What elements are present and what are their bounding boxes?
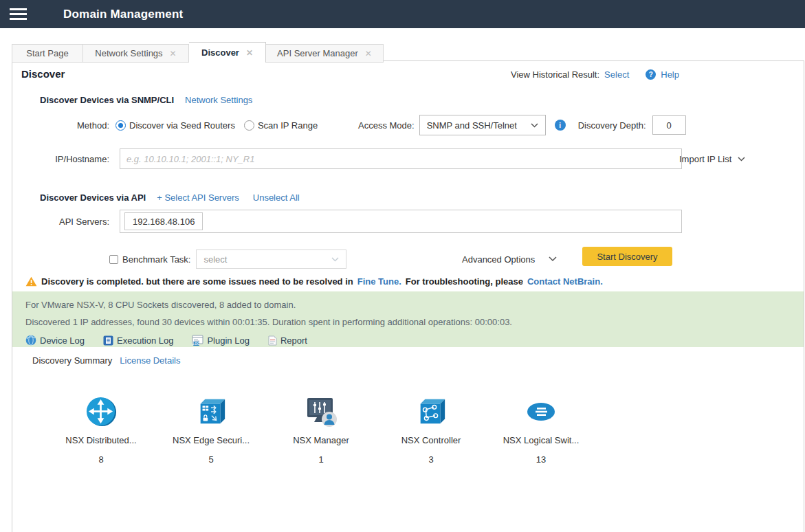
edge-security-cube-icon — [195, 396, 227, 428]
select-api-servers-link[interactable]: + Select API Servers — [157, 192, 239, 203]
contact-netbrain-link[interactable]: Contact NetBrain. — [527, 276, 603, 287]
svg-text:LOG: LOG — [193, 342, 200, 346]
device-tile-nsx-logical-switch[interactable]: NSX Logical Swit... 13 — [486, 394, 596, 465]
result-line-1: For VMware NSX-V, 8 CPU Sockets discover… — [25, 296, 804, 313]
close-icon[interactable]: ✕ — [170, 49, 177, 58]
device-log-label: Device Log — [40, 335, 85, 346]
snmp-section-title: Discover Devices via SNMP/CLI — [40, 95, 174, 105]
hamburger-menu-icon[interactable] — [10, 5, 27, 23]
api-server-chip[interactable]: 192.168.48.106 — [124, 212, 203, 230]
device-label: NSX Edge Securi... — [173, 435, 250, 445]
device-label: NSX Distributed... — [65, 435, 136, 445]
page-title: Discover — [21, 68, 65, 80]
plugin-log-label: Plugin Log — [207, 335, 249, 346]
execution-log-label: Execution Log — [117, 335, 173, 346]
benchmark-checkbox[interactable] — [109, 255, 118, 264]
device-label: NSX Manager — [293, 435, 349, 445]
log-links-row: Device Log Execution Log LOG Plugin Log … — [25, 335, 804, 346]
log-window-icon: LOG — [192, 335, 203, 346]
unselect-all-link[interactable]: Unselect All — [253, 192, 300, 203]
app-title: Domain Management — [63, 8, 183, 21]
device-label: NSX Controller — [401, 435, 461, 445]
tab-bar: Start Page Network Settings ✕ Discover ✕… — [12, 42, 384, 63]
tab-network-settings[interactable]: Network Settings ✕ — [83, 44, 189, 63]
benchmark-task-select[interactable]: select — [196, 250, 346, 269]
import-ip-list-button[interactable]: Import IP List — [679, 148, 745, 169]
device-count: 5 — [208, 454, 213, 465]
device-log-link[interactable]: Device Log — [25, 335, 85, 346]
license-details-link[interactable]: License Details — [120, 355, 180, 366]
discovery-depth-label: Discovery Depth: — [578, 120, 646, 131]
method-label: Method: — [21, 120, 109, 131]
result-line-2: Discovered 1 IP addresses, found 30 devi… — [25, 313, 804, 331]
chevron-down-icon — [331, 257, 339, 262]
benchmark-row: Benchmark Task: select — [21, 250, 346, 269]
network-settings-link[interactable]: Network Settings — [185, 95, 252, 105]
benchmark-task-value: select — [203, 254, 227, 265]
ip-hostname-label: IP/Hostname: — [21, 154, 109, 164]
tab-start-page[interactable]: Start Page — [12, 44, 83, 63]
domain-management-window: Domain Management Start Page Network Set… — [0, 0, 805, 532]
warning-icon — [25, 276, 37, 287]
device-tile-nsx-manager[interactable]: NSX Manager 1 — [266, 394, 376, 465]
help-link[interactable]: Help — [661, 69, 679, 80]
api-servers-row: API Servers: 192.168.48.106 — [21, 210, 682, 233]
help-icon[interactable]: ? — [646, 69, 656, 80]
manager-monitor-icon — [304, 395, 338, 428]
report-link[interactable]: Report — [268, 335, 307, 346]
device-tile-nsx-controller[interactable]: NSX Controller 3 — [376, 394, 486, 465]
plugin-log-link[interactable]: LOG Plugin Log — [192, 335, 249, 346]
chevron-down-icon — [738, 157, 745, 162]
discovery-result-banner: For VMware NSX-V, 8 CPU Sockets discover… — [12, 291, 804, 347]
logical-switch-icon — [526, 401, 556, 422]
chevron-down-icon — [549, 256, 557, 262]
method-row: Method: Discover via Seed Routers Scan I… — [21, 115, 318, 135]
tab-label: Network Settings — [95, 48, 162, 58]
discovery-warning-row: Discovery is completed. but there are so… — [25, 276, 603, 287]
api-servers-input[interactable]: 192.168.48.106 — [120, 210, 682, 233]
ip-hostname-input[interactable] — [120, 148, 682, 169]
radio-label-scan-ip-range[interactable]: Scan IP Range — [258, 120, 318, 131]
discovery-summary-title: Discovery Summary — [32, 355, 112, 366]
device-count: 13 — [536, 454, 546, 465]
device-label: NSX Logical Swit... — [503, 435, 580, 445]
device-count: 1 — [318, 454, 323, 465]
api-section-header: Discover Devices via API + Select API Se… — [40, 192, 300, 203]
close-icon[interactable]: ✕ — [365, 49, 372, 58]
import-ip-list-label: Import IP List — [679, 154, 731, 164]
radio-discover-via-seed-routers[interactable] — [115, 120, 126, 131]
device-tile-nsx-distributed[interactable]: NSX Distributed... 8 — [46, 394, 156, 465]
discovery-summary-header: Discovery Summary License Details — [32, 355, 180, 366]
access-mode-row: Access Mode: SNMP and SSH/Telnet i Disco… — [358, 115, 686, 135]
device-count: 8 — [98, 454, 103, 465]
device-summary-grid: NSX Distributed... 8 — [46, 394, 596, 465]
ip-hostname-row: IP/Hostname: — [21, 148, 682, 169]
fine-tune-link[interactable]: Fine Tune. — [357, 276, 401, 287]
close-icon[interactable]: ✕ — [246, 49, 253, 57]
access-mode-label: Access Mode: — [358, 120, 415, 131]
report-icon — [268, 335, 277, 346]
tab-discover[interactable]: Discover ✕ — [189, 42, 266, 63]
advanced-options-button[interactable]: Advanced Options — [462, 250, 557, 269]
start-discovery-button[interactable]: Start Discovery — [582, 247, 672, 266]
access-mode-select[interactable]: SNMP and SSH/Telnet — [419, 115, 546, 135]
radio-scan-ip-range[interactable] — [244, 120, 254, 131]
tab-label: Discover — [201, 47, 239, 58]
historical-result-label: View Historical Result: — [511, 69, 599, 80]
api-section-title: Discover Devices via API — [40, 192, 146, 203]
controller-cube-icon — [415, 396, 447, 428]
benchmark-label: Benchmark Task: — [122, 254, 190, 265]
api-servers-label: API Servers: — [21, 217, 109, 227]
info-icon[interactable]: i — [555, 120, 566, 131]
app-header: Domain Management — [0, 0, 805, 28]
execution-log-link[interactable]: Execution Log — [103, 335, 173, 346]
device-count: 3 — [428, 454, 433, 465]
tab-api-server-manager[interactable]: API Server Manager ✕ — [266, 44, 384, 63]
discovery-depth-input[interactable] — [652, 115, 686, 135]
radio-label-seed-routers[interactable]: Discover via Seed Routers — [129, 120, 235, 131]
historical-select-link[interactable]: Select — [604, 69, 629, 80]
device-tile-nsx-edge-security[interactable]: NSX Edge Securi... 5 — [156, 394, 266, 465]
access-mode-value: SNMP and SSH/Telnet — [427, 120, 517, 131]
tab-label: Start Page — [26, 48, 68, 58]
warning-text-2: For troubleshooting, please — [406, 276, 523, 287]
